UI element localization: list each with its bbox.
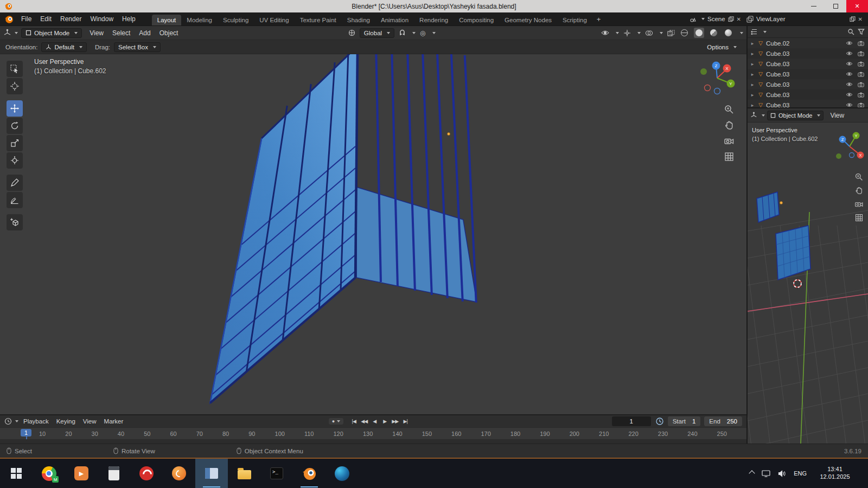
annotate-tool[interactable] [7, 175, 23, 191]
timeline-menu-item[interactable]: Playback [20, 418, 53, 425]
object-name[interactable]: Cube.03 [766, 50, 789, 57]
visibility-icon[interactable] [601, 30, 609, 36]
outliner-item[interactable]: ▸ ▽ Cube.03 [748, 89, 868, 100]
object-name[interactable]: Cube.03 [766, 92, 789, 98]
clock[interactable]: 13:41 12.01.2025 [814, 466, 856, 481]
timeline-editor-chevron-icon[interactable] [15, 420, 18, 422]
gizmos-chevron-icon[interactable] [637, 32, 641, 34]
object-name[interactable]: Cube.03 [766, 71, 789, 78]
menu-item[interactable]: Edit [36, 15, 56, 23]
playback-button[interactable]: ▶| [400, 419, 410, 424]
mode-selector[interactable]: Object Mode [21, 28, 82, 38]
display-tray-icon[interactable] [762, 470, 770, 477]
outliner-item[interactable]: ▸ ▽ Cube.03 [748, 79, 868, 89]
overlays-icon[interactable] [645, 30, 653, 36]
grid-toggle-icon[interactable] [854, 213, 864, 222]
pan-hand-icon[interactable] [854, 186, 864, 195]
viewport-menu-item[interactable]: Add [135, 29, 155, 37]
object-name[interactable]: Cube.03 [766, 61, 789, 67]
grid-toggle-icon[interactable] [724, 151, 735, 162]
expand-arrow-icon[interactable]: ▸ [750, 61, 755, 67]
workspace-tab[interactable]: Scripting [557, 15, 592, 25]
blender-app-icon[interactable] [4, 15, 14, 24]
outliner-filter-icon[interactable] [858, 28, 865, 35]
object-name[interactable]: Cube.02 [766, 40, 789, 47]
workspace-tab[interactable]: Layout [152, 15, 182, 25]
maximize-button[interactable] [825, 0, 846, 12]
expand-arrow-icon[interactable]: ▸ [750, 92, 755, 98]
shading-wireframe-button[interactable] [679, 28, 690, 38]
workspace-tab[interactable]: Shading [342, 15, 375, 25]
workspace-tab[interactable]: Compositing [454, 15, 499, 25]
auto-keying-clock-icon[interactable] [655, 417, 664, 426]
pan-hand-icon[interactable] [724, 120, 735, 131]
gizmos-icon[interactable] [623, 29, 631, 37]
disable-render-camera-icon[interactable] [858, 82, 864, 87]
active-window-icon[interactable] [195, 459, 228, 488]
volume-tray-icon[interactable] [778, 470, 786, 477]
menu-item[interactable]: File [17, 15, 36, 23]
shading-rendered-button[interactable] [723, 28, 733, 38]
cursor-tool[interactable] [7, 78, 23, 94]
edge-browser-icon[interactable] [326, 459, 358, 488]
scene-selector[interactable]: Scene ✕ [690, 16, 741, 23]
shading-chevron-icon[interactable] [740, 32, 743, 34]
playback-button[interactable]: ▶ [380, 419, 390, 424]
hide-eye-icon[interactable] [846, 61, 853, 66]
playback-button[interactable]: |◀ [349, 419, 359, 424]
orange-app-icon[interactable] [163, 459, 195, 488]
hide-eye-icon[interactable] [846, 92, 853, 97]
timeline-menu-item[interactable]: Keying [53, 418, 79, 425]
move-tool[interactable] [7, 100, 23, 117]
outliner-search-icon[interactable] [847, 28, 854, 35]
current-frame-marker[interactable]: 1 [21, 429, 31, 436]
outliner-item[interactable]: ▸ ▽ Cube.02 [748, 38, 868, 48]
expand-arrow-icon[interactable]: ▸ [750, 51, 755, 56]
workspace-tab[interactable]: UV Editing [254, 15, 294, 25]
expand-arrow-icon[interactable]: ▸ [750, 72, 755, 77]
options-dropdown[interactable]: Options [703, 42, 741, 52]
outliner-editor-icon[interactable] [751, 28, 758, 35]
editor-type-icon[interactable] [750, 112, 757, 119]
close-button[interactable]: ✕ [846, 0, 868, 12]
outliner-item[interactable]: ▸ ▽ Cube.03 [748, 48, 868, 59]
disable-render-camera-icon[interactable] [858, 61, 864, 67]
command-prompt-icon[interactable]: >_ [260, 459, 293, 488]
menu-item[interactable]: Help [118, 15, 140, 23]
auto-key-record-widget[interactable]: ● [329, 418, 343, 425]
navigation-gizmo[interactable]: Y Z X [833, 130, 866, 163]
timeline-ruler[interactable]: 1020304050607080901001101201301401501601… [0, 427, 746, 439]
calculator-icon[interactable] [98, 459, 130, 488]
zoom-icon[interactable] [724, 104, 735, 115]
select-box-tool[interactable] [7, 61, 23, 77]
playback-button[interactable]: ◀ [369, 419, 379, 424]
file-explorer-icon[interactable] [228, 459, 260, 488]
camera-view-icon[interactable] [724, 136, 735, 146]
disable-render-camera-icon[interactable] [858, 72, 864, 77]
playback-button[interactable]: ▶▶ [390, 419, 400, 424]
blender-taskbar-icon[interactable] [293, 459, 326, 488]
outliner-item[interactable]: ▸ ▽ Cube.03 [748, 100, 868, 107]
facade-model[interactable] [0, 54, 746, 414]
viewlayer-selector[interactable]: ViewLayer ✕ [746, 16, 863, 23]
frame-start-field[interactable]: Start1 [668, 416, 701, 426]
titlebar[interactable]: Blender* [C:\Users\Asus\Desktop\Yasheyki… [0, 0, 868, 12]
hide-eye-icon[interactable] [846, 41, 853, 46]
playback-button[interactable]: ◀◀ [359, 419, 369, 424]
menu-item[interactable]: Render [56, 15, 86, 23]
new-viewlayer-icon[interactable] [850, 16, 856, 22]
measure-tool[interactable] [7, 192, 23, 208]
viewport-menu-item[interactable]: View [85, 29, 108, 37]
orientation-global-dropdown[interactable]: Global [360, 28, 394, 38]
object-name[interactable]: Cube.03 [766, 102, 789, 108]
transform-tool[interactable] [7, 152, 23, 169]
unlink-scene-icon[interactable]: ✕ [737, 16, 741, 22]
workspace-tab[interactable]: Modeling [181, 15, 218, 25]
disable-render-camera-icon[interactable] [858, 51, 864, 56]
visibility-chevron-icon[interactable] [616, 32, 619, 34]
timeline-editor-icon[interactable] [4, 418, 12, 425]
drag-dropdown[interactable]: Select Box [114, 42, 161, 52]
media-player-icon[interactable]: ▶ [65, 459, 98, 488]
workspace-tab[interactable]: Texture Paint [295, 15, 342, 25]
viewport-menu-item[interactable]: Object [155, 29, 183, 37]
